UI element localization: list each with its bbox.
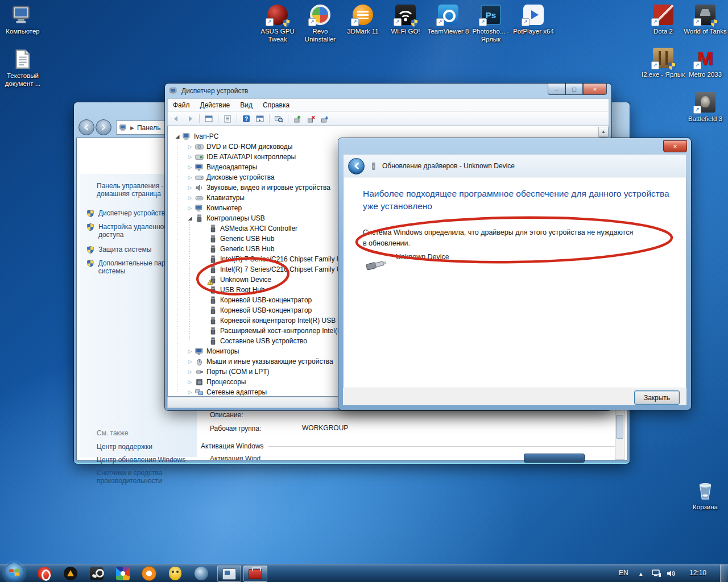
- hidden-icons-arrow[interactable]: ▴: [639, 570, 643, 577]
- activation-button-partial[interactable]: [524, 454, 585, 463]
- maximize-button[interactable]: □: [565, 84, 583, 95]
- qip-icon[interactable]: [167, 566, 183, 581]
- expander-icon[interactable]: [187, 194, 193, 201]
- network-icon[interactable]: [648, 566, 664, 581]
- uac-shield-icon: [668, 62, 676, 70]
- see-also-header: См. также: [97, 429, 129, 437]
- title-bar[interactable]: Диспетчер устройств: [165, 84, 611, 98]
- expander-icon[interactable]: [187, 379, 193, 385]
- dialog-device-name: Unknown Device: [396, 253, 449, 261]
- expander-icon[interactable]: [174, 133, 181, 140]
- driver-icon: [369, 162, 378, 171]
- sidebar-link-action-center[interactable]: Центр поддержки: [97, 443, 193, 451]
- sidebar-link-performance[interactable]: Счетчики и средства производительности: [97, 469, 193, 485]
- desktop-icon-revo-uninstaller[interactable]: Revo Uninstaller: [299, 3, 342, 44]
- desktop-icon-text-document[interactable]: Текстовый документ ...: [1, 48, 44, 88]
- back-button[interactable]: [78, 119, 94, 135]
- usb-controller-icon: [195, 214, 204, 223]
- uac-shield-icon: [86, 223, 94, 231]
- expander-icon[interactable]: [187, 174, 193, 181]
- close-dialog-button[interactable]: Закрыть: [634, 390, 680, 405]
- expander-icon[interactable]: [187, 368, 193, 375]
- shortcut-arrow-icon: [394, 18, 402, 26]
- picasa-icon[interactable]: [115, 566, 130, 581]
- desktop-icon-teamviewer8[interactable]: TeamViewer 8: [427, 3, 470, 35]
- opera-icon[interactable]: [36, 566, 52, 581]
- console-icon[interactable]: [254, 113, 266, 124]
- workgroup-value: WORKGROUP: [302, 424, 348, 432]
- close-button[interactable]: ×: [583, 84, 607, 95]
- expander-icon[interactable]: [187, 389, 193, 396]
- usb-plug-icon: [365, 257, 388, 272]
- window-title: Диспетчер устройств: [181, 87, 248, 95]
- expander-icon[interactable]: [187, 348, 193, 355]
- menu-file[interactable]: Файл: [168, 101, 195, 109]
- device-manager-icon: [169, 87, 178, 95]
- dialog-header: Обновление драйверов - Unknown Device: [343, 154, 686, 177]
- expander-icon[interactable]: [187, 164, 193, 171]
- menu-help[interactable]: Справка: [258, 101, 295, 109]
- desktop-icon-recycle-bin[interactable]: Корзина: [684, 479, 727, 511]
- expander-icon[interactable]: [187, 143, 193, 150]
- usb-device-icon: [209, 286, 217, 294]
- uac-shield-icon: [86, 259, 94, 268]
- cpu-icon: [195, 378, 204, 386]
- desktop-icon-metro2033[interactable]: M Metro 2033: [684, 47, 727, 78]
- minimize-button[interactable]: –: [548, 84, 565, 95]
- usb-device-icon: [209, 265, 217, 274]
- properties-icon[interactable]: [221, 113, 234, 124]
- shortcut-arrow-icon: [693, 106, 701, 114]
- desktop-icon-world-of-tanks[interactable]: World of Tanks: [684, 3, 727, 35]
- expander-icon[interactable]: [187, 205, 193, 211]
- warning-icon: [207, 279, 213, 285]
- download-master-icon[interactable]: [141, 566, 156, 581]
- desktop-icon-wifi-go[interactable]: Wi-Fi GO!: [384, 3, 427, 35]
- daemon-tools-icon[interactable]: [193, 566, 209, 581]
- expander-icon[interactable]: [187, 184, 193, 191]
- start-button[interactable]: [5, 563, 24, 582]
- volume-icon[interactable]: [663, 566, 679, 581]
- sidebar-link-windows-update[interactable]: Центр обновления Windows: [97, 456, 193, 464]
- steam-icon[interactable]: [89, 566, 104, 581]
- desktop-icon-potplayer[interactable]: PotPlayer x64: [512, 3, 555, 35]
- dialog-back-button[interactable]: [348, 158, 365, 174]
- language-indicator[interactable]: EN: [619, 569, 628, 577]
- activation-partial-text: Активация Wind: [210, 455, 260, 460]
- shortcut-arrow-icon: [693, 18, 701, 26]
- update-driver-icon[interactable]: [291, 113, 304, 124]
- desktop-icon-battlefield3[interactable]: Battlefield 3: [684, 91, 727, 123]
- desktop-icon-asus-gpu-tweak[interactable]: ASUS GPU Tweak: [256, 3, 299, 44]
- desktop-icon-3dmark11[interactable]: 3DMark 11: [341, 3, 384, 35]
- show-window-icon[interactable]: [202, 113, 215, 124]
- forward-button[interactable]: [96, 119, 111, 135]
- desktop-icon-computer[interactable]: Компьютер: [1, 3, 44, 35]
- scan-hardware-icon[interactable]: [318, 113, 331, 124]
- desktop-icon-photoshop[interactable]: Ps Photosho... - Ярлык: [469, 3, 512, 44]
- show-desktop-button[interactable]: [720, 564, 728, 582]
- menu-action[interactable]: Действие: [195, 101, 235, 109]
- desktop-icon-lineage2[interactable]: I2.exe - Ярлык: [642, 47, 685, 78]
- uac-shield-icon: [410, 19, 419, 27]
- help-icon[interactable]: ?: [240, 113, 253, 124]
- desktop-icon-dota2[interactable]: Dota 2: [642, 3, 685, 35]
- taskbar-button-device-manager[interactable]: [243, 566, 267, 582]
- aida64-icon[interactable]: [63, 566, 78, 581]
- forward-icon[interactable]: [184, 113, 196, 124]
- taskbar-button-system-properties[interactable]: [217, 566, 241, 582]
- dialog-close-button[interactable]: ×: [663, 140, 687, 152]
- breadcrumb-arrow-icon: ▶: [130, 125, 134, 131]
- usb-device-icon: [209, 317, 217, 325]
- uninstall-icon[interactable]: [305, 113, 317, 124]
- menu-view[interactable]: Вид: [235, 101, 258, 109]
- scan-icon[interactable]: [272, 113, 285, 124]
- clock[interactable]: 12:10: [689, 569, 706, 577]
- shortcut-arrow-icon: [266, 18, 274, 26]
- back-icon[interactable]: [170, 113, 183, 124]
- scroll-up-icon[interactable]: ▲: [598, 127, 609, 137]
- text-document-icon: [11, 48, 35, 70]
- disk-drive-icon: [195, 173, 204, 182]
- expander-icon[interactable]: [187, 153, 193, 160]
- expander-icon[interactable]: [187, 215, 193, 222]
- expander-icon[interactable]: [187, 358, 193, 365]
- computer-icon: [183, 132, 191, 141]
